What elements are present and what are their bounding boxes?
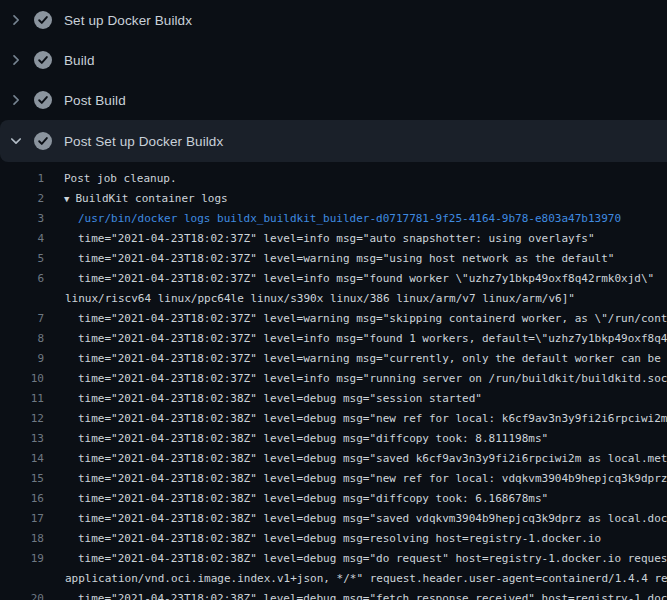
log-text: linux/riscv64 linux/ppc64le linux/s390x …: [65, 292, 575, 305]
log-text: time="2021-04-23T18:02:38Z" level=debug …: [78, 532, 601, 545]
log-line: 8time="2021-04-23T18:02:37Z" level=info …: [0, 329, 667, 349]
log-text: Post job cleanup.: [64, 172, 177, 185]
log-line: 15time="2021-04-23T18:02:38Z" level=debu…: [0, 469, 667, 489]
log-line: 4time="2021-04-23T18:02:37Z" level=info …: [0, 229, 667, 249]
step-list: Set up Docker BuildxBuildPost BuildPost …: [0, 0, 667, 162]
log-line: 19time="2021-04-23T18:02:38Z" level=debu…: [0, 549, 667, 569]
line-number[interactable]: 8: [0, 329, 44, 349]
log-text: application/vnd.oci.image.index.v1+json,…: [65, 572, 667, 585]
log-line: 2▼BuildKit container logs: [0, 189, 667, 209]
line-number[interactable]: 1: [0, 169, 44, 189]
step-row-post-set-up-docker-buildx[interactable]: Post Set up Docker Buildx: [0, 120, 667, 162]
line-number[interactable]: 18: [0, 529, 44, 549]
step-title: Set up Docker Buildx: [64, 13, 192, 28]
log-line: linux/riscv64 linux/ppc64le linux/s390x …: [0, 289, 667, 309]
log-area: 1Post job cleanup.2▼BuildKit container l…: [0, 162, 667, 600]
chevron-right-icon[interactable]: [8, 12, 24, 28]
log-text: time="2021-04-23T18:02:37Z" level=info m…: [78, 372, 667, 385]
log-text: time="2021-04-23T18:02:37Z" level=warnin…: [78, 252, 614, 265]
log-line: 10time="2021-04-23T18:02:37Z" level=info…: [0, 369, 667, 389]
log-text: time="2021-04-23T18:02:37Z" level=info m…: [78, 332, 667, 345]
log-line: 20time="2021-04-23T18:02:38Z" level=debu…: [0, 589, 667, 600]
line-number[interactable]: 13: [0, 429, 44, 449]
log-text: time="2021-04-23T18:02:38Z" level=debug …: [78, 432, 548, 445]
line-number[interactable]: 20: [0, 589, 44, 600]
chevron-right-icon[interactable]: [8, 52, 24, 68]
log-text: time="2021-04-23T18:02:38Z" level=debug …: [78, 472, 667, 485]
check-circle-icon: [34, 132, 52, 150]
group-caret-icon[interactable]: ▼: [64, 194, 69, 204]
log-text: time="2021-04-23T18:02:38Z" level=debug …: [78, 552, 667, 565]
log-line: 11time="2021-04-23T18:02:38Z" level=debu…: [0, 389, 667, 409]
log-line: application/vnd.oci.image.index.v1+json,…: [0, 569, 667, 589]
line-number[interactable]: 12: [0, 409, 44, 429]
step-title: Post Build: [64, 93, 126, 108]
check-circle-icon: [34, 11, 52, 29]
check-circle-icon: [34, 91, 52, 109]
log-text: time="2021-04-23T18:02:38Z" level=debug …: [78, 492, 548, 505]
line-number[interactable]: 9: [0, 349, 44, 369]
log-text: time="2021-04-23T18:02:38Z" level=debug …: [78, 392, 482, 405]
line-number[interactable]: 15: [0, 469, 44, 489]
group-label[interactable]: BuildKit container logs: [75, 192, 227, 205]
log-line: 5time="2021-04-23T18:02:37Z" level=warni…: [0, 249, 667, 269]
log-line: 3/usr/bin/docker logs buildx_buildkit_bu…: [0, 209, 667, 229]
step-row-set-up-docker-buildx[interactable]: Set up Docker Buildx: [0, 0, 667, 40]
line-number[interactable]: 5: [0, 249, 44, 269]
line-number[interactable]: 7: [0, 309, 44, 329]
chevron-right-icon[interactable]: [8, 92, 24, 108]
line-number[interactable]: 3: [0, 209, 44, 229]
log-line: 9time="2021-04-23T18:02:37Z" level=warni…: [0, 349, 667, 369]
command-text: /usr/bin/docker logs buildx_buildkit_bui…: [78, 212, 621, 225]
line-number[interactable]: 6: [0, 269, 44, 289]
step-title: Post Set up Docker Buildx: [64, 134, 223, 149]
log-line: 16time="2021-04-23T18:02:38Z" level=debu…: [0, 489, 667, 509]
log-line: 14time="2021-04-23T18:02:38Z" level=debu…: [0, 449, 667, 469]
log-text: time="2021-04-23T18:02:38Z" level=debug …: [78, 512, 667, 525]
log-text: time="2021-04-23T18:02:38Z" level=debug …: [78, 592, 667, 600]
line-number[interactable]: 11: [0, 389, 44, 409]
line-number[interactable]: 10: [0, 369, 44, 389]
line-number[interactable]: 2: [0, 189, 44, 209]
log-line: 6time="2021-04-23T18:02:37Z" level=info …: [0, 269, 667, 289]
chevron-down-icon[interactable]: [8, 133, 24, 149]
log-text: time="2021-04-23T18:02:37Z" level=warnin…: [78, 352, 667, 365]
log-line: 1Post job cleanup.: [0, 169, 667, 189]
step-row-build[interactable]: Build: [0, 40, 667, 80]
step-title: Build: [64, 53, 95, 68]
line-number[interactable]: 17: [0, 509, 44, 529]
line-number[interactable]: 4: [0, 229, 44, 249]
log-text: time="2021-04-23T18:02:37Z" level=warnin…: [78, 312, 667, 325]
check-circle-icon: [34, 51, 52, 69]
log-text: time="2021-04-23T18:02:37Z" level=info m…: [78, 272, 654, 285]
log-text: time="2021-04-23T18:02:38Z" level=debug …: [78, 412, 667, 425]
step-row-post-build[interactable]: Post Build: [0, 80, 667, 120]
actions-log-viewer: Set up Docker BuildxBuildPost BuildPost …: [0, 0, 667, 600]
log-line: 18time="2021-04-23T18:02:38Z" level=debu…: [0, 529, 667, 549]
log-line: 12time="2021-04-23T18:02:38Z" level=debu…: [0, 409, 667, 429]
log-text: time="2021-04-23T18:02:38Z" level=debug …: [78, 452, 667, 465]
line-number[interactable]: 14: [0, 449, 44, 469]
line-number[interactable]: 16: [0, 489, 44, 509]
line-number[interactable]: 19: [0, 549, 44, 569]
log-line: 13time="2021-04-23T18:02:38Z" level=debu…: [0, 429, 667, 449]
log-text: time="2021-04-23T18:02:37Z" level=info m…: [78, 232, 595, 245]
log-line: 7time="2021-04-23T18:02:37Z" level=warni…: [0, 309, 667, 329]
log-line: 17time="2021-04-23T18:02:38Z" level=debu…: [0, 509, 667, 529]
